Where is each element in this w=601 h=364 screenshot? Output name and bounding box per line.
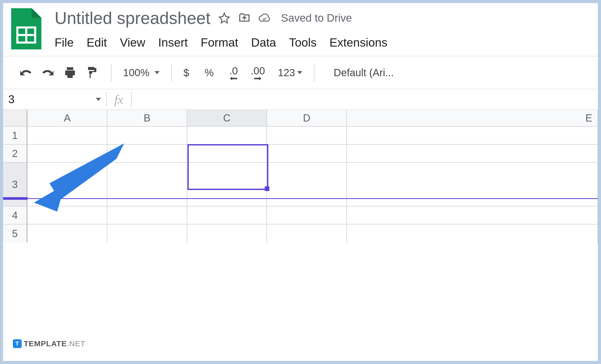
zoom-dropdown[interactable]: 100%	[123, 67, 160, 79]
menu-extensions[interactable]: Extensions	[330, 36, 388, 49]
row-header-4[interactable]: 4	[3, 206, 28, 224]
cell-b3[interactable]	[107, 163, 187, 206]
chevron-down-icon	[297, 71, 302, 74]
decrease-decimal-button[interactable]: .0	[229, 65, 238, 80]
selection-outline	[187, 144, 268, 190]
increase-decimal-label: .00	[251, 65, 265, 77]
column-header-e[interactable]: E	[347, 110, 598, 126]
fx-label: fx	[107, 92, 131, 107]
menu-edit[interactable]: Edit	[87, 36, 107, 49]
cloud-status-icon[interactable]	[258, 12, 271, 24]
watermark-logo-icon: T	[13, 339, 22, 348]
column-header-b[interactable]: B	[107, 110, 187, 126]
menu-file[interactable]: File	[55, 36, 74, 49]
cell-c5[interactable]	[187, 224, 267, 242]
chevron-down-icon	[96, 98, 101, 101]
row-2: 2	[3, 145, 598, 163]
cell-d4[interactable]	[267, 206, 347, 224]
select-all-corner[interactable]	[3, 110, 28, 126]
menu-format[interactable]: Format	[201, 36, 238, 49]
currency-button[interactable]: $	[183, 67, 189, 79]
column-header-a[interactable]: A	[28, 110, 107, 126]
decrease-decimal-label: .0	[229, 65, 238, 77]
cell-d3[interactable]	[267, 163, 347, 206]
row-1: 1	[3, 127, 598, 145]
redo-icon[interactable]	[41, 65, 55, 80]
cell-b4[interactable]	[107, 206, 187, 224]
zoom-value: 100%	[123, 67, 149, 79]
chevron-down-icon	[154, 71, 160, 74]
cell-c1[interactable]	[187, 127, 267, 144]
increase-decimal-button[interactable]: .00	[251, 65, 265, 80]
cell-a2[interactable]	[28, 145, 107, 162]
document-title[interactable]: Untitled spreadsheet	[55, 8, 210, 28]
menu-data[interactable]: Data	[251, 36, 276, 49]
row-header-5[interactable]: 5	[3, 224, 28, 242]
cell-d5[interactable]	[267, 224, 347, 242]
grid-rows: 1 2 3	[3, 127, 598, 242]
save-status[interactable]: Saved to Drive	[281, 12, 352, 24]
name-box[interactable]: 3	[3, 89, 106, 109]
cell-e3[interactable]	[347, 163, 598, 206]
cell-a4[interactable]	[28, 206, 107, 224]
cell-a3[interactable]	[28, 163, 107, 206]
print-icon[interactable]	[63, 65, 77, 80]
cell-d1[interactable]	[267, 127, 347, 144]
row-5: 5	[3, 224, 598, 242]
watermark: T TEMPLATE.NET	[8, 337, 90, 351]
column-header-c[interactable]: C	[187, 110, 267, 126]
watermark-text: TEMPLATE.NET	[24, 339, 85, 348]
cell-a5[interactable]	[28, 224, 107, 242]
move-folder-icon[interactable]	[238, 12, 251, 24]
row-header-1[interactable]: 1	[3, 127, 28, 144]
formula-bar: 3 fx	[3, 89, 598, 110]
cell-a1[interactable]	[28, 127, 107, 144]
fill-handle[interactable]	[265, 186, 269, 191]
toolbar-separator	[171, 64, 172, 82]
cell-e2[interactable]	[347, 145, 598, 162]
undo-icon[interactable]	[19, 65, 33, 80]
percent-button[interactable]: %	[205, 67, 214, 79]
sheets-logo[interactable]	[11, 8, 42, 49]
column-header-d[interactable]: D	[267, 110, 347, 126]
app-window: Untitled spreadsheet Saved to Drive File	[3, 3, 598, 361]
toolbar: 100% $ % .0 .00 123 Default (Ari...	[3, 56, 598, 89]
cell-c4[interactable]	[187, 206, 267, 224]
toolbar-separator	[314, 64, 314, 82]
toolbar-separator	[111, 64, 111, 82]
number-format-dropdown[interactable]: 123	[278, 67, 302, 79]
title-row: Untitled spreadsheet Saved to Drive	[55, 8, 590, 28]
star-icon[interactable]	[218, 12, 230, 24]
cell-d2[interactable]	[267, 145, 347, 162]
title-area: Untitled spreadsheet Saved to Drive File	[55, 8, 590, 56]
cell-e5[interactable]	[347, 224, 598, 242]
cell-b1[interactable]	[107, 127, 187, 144]
menu-insert[interactable]: Insert	[158, 36, 188, 49]
formula-separator	[131, 92, 132, 107]
row-3: 3	[3, 163, 598, 206]
title-icons: Saved to Drive	[218, 12, 352, 24]
cell-e1[interactable]	[347, 127, 598, 144]
paint-format-icon[interactable]	[85, 65, 99, 80]
menu-bar: File Edit View Insert Format Data Tools …	[55, 36, 590, 56]
number-format-label: 123	[278, 67, 295, 79]
row-4: 4	[3, 206, 598, 224]
column-headers: A B C D E	[3, 110, 598, 127]
spreadsheet-grid: A B C D E 1 2 3	[3, 110, 598, 242]
cell-e4[interactable]	[347, 206, 598, 224]
font-dropdown[interactable]: Default (Ari...	[334, 67, 394, 79]
name-box-value: 3	[8, 93, 14, 106]
cell-b5[interactable]	[107, 224, 187, 242]
menu-view[interactable]: View	[120, 36, 145, 49]
row-resize-line	[3, 198, 598, 199]
row-header-2[interactable]: 2	[3, 145, 28, 162]
header: Untitled spreadsheet Saved to Drive File	[3, 3, 598, 56]
cell-b2[interactable]	[107, 145, 187, 162]
menu-tools[interactable]: Tools	[289, 36, 316, 49]
